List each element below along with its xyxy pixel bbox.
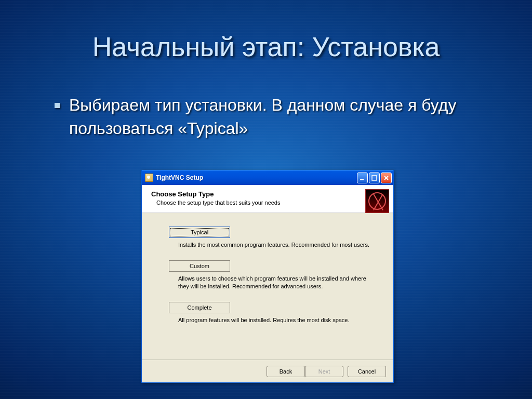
cancel-button[interactable]: Cancel [348,366,386,377]
custom-button[interactable]: Custom [169,260,230,272]
installer-window: TightVNC Setup Choose Setup Type Choose … [141,170,394,383]
titlebar[interactable]: TightVNC Setup [142,170,393,185]
complete-button[interactable]: Complete [169,302,230,313]
custom-desc: Allows users to choose which program fea… [178,275,371,290]
complete-desc: All program features will be installed. … [178,316,371,324]
back-button[interactable]: Back [267,366,305,377]
svg-rect-0 [360,179,364,180]
window-title: TightVNC Setup [156,174,357,181]
wizard-footer: Back Next Cancel [142,360,393,382]
wizard-header-subtitle: Choose the setup type that best suits yo… [156,200,386,206]
minimize-button[interactable] [357,172,368,183]
typical-desc: Installs the most common program feature… [178,241,371,249]
wizard-header: Choose Setup Type Choose the setup type … [142,185,393,212]
wizard-header-title: Choose Setup Type [151,190,386,198]
slide-title: Начальный этап: Установка [0,31,532,62]
typical-button[interactable]: Typical [169,227,230,238]
svg-rect-1 [372,176,377,180]
wizard-body: Typical Installs the most common program… [142,213,393,360]
slide-bullet: Выбираем тип установки. В данном случае … [55,94,501,140]
next-button: Next [305,366,343,377]
maximize-button[interactable] [369,172,380,183]
product-logo [365,189,389,213]
installer-icon [145,174,153,182]
close-button[interactable] [381,172,392,183]
